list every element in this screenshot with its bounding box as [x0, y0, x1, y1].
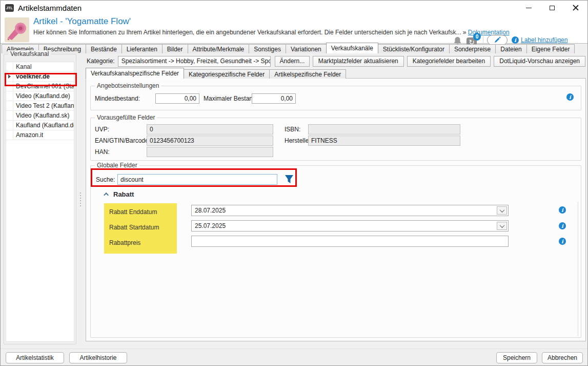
artikelstammdaten-window: JTL Artikelstammdaten Artikel - 'Yogamat…: [0, 0, 588, 366]
row-selector-icon: [8, 74, 11, 79]
collapse-chevron-icon: [104, 192, 109, 198]
channel-row-kaufland[interactable]: Kaufland (Kaufland.de): [6, 121, 74, 130]
angebotseinstellungen-title: Angebotseinstellungen: [95, 82, 161, 89]
aendern-button[interactable]: Ändern...: [275, 56, 310, 67]
tab-verkaufskanaele[interactable]: Verkaufskanäle: [326, 43, 378, 53]
sync-badge: 0: [473, 33, 481, 41]
ean-field: [147, 136, 273, 146]
page-subtitle: Hier können Sie Informationen zu Ihrem A…: [33, 29, 510, 36]
channel-column-header: Kanal: [6, 62, 74, 72]
minimize-button[interactable]: [517, 1, 540, 15]
close-button[interactable]: [564, 1, 587, 15]
angebotseinstellungen-groupbox: Angebotseinstellungen Mindestbestand: Ma…: [90, 86, 581, 110]
inner-scroll-divider: [578, 202, 578, 336]
ean-label: EAN/GTIN/Barcode:: [95, 137, 150, 144]
vorausgefuellte-felder-groupbox: Vorausgefüllte Felder UVP: ISBN: EAN/GTI…: [90, 118, 581, 161]
tab-bestaende[interactable]: Bestände: [86, 44, 122, 53]
felder-subtabstrip: Verkaufskanalspezifische Felder Kategori…: [86, 69, 346, 79]
tab-attribute-merkmale[interactable]: Attribute/Merkmale: [188, 44, 250, 53]
maximaler-bestand-field[interactable]: [252, 93, 296, 104]
tab-sonstiges[interactable]: Sonstiges: [249, 44, 286, 53]
mindestbestand-label: Mindestbestand:: [95, 95, 140, 102]
speichern-button[interactable]: Speichern: [496, 352, 537, 363]
page-title: Artikel - 'Yogamatte Flow': [33, 16, 131, 27]
title-bar: JTL Artikelstammdaten: [1, 1, 587, 15]
maximaler-bestand-label: Maximaler Bestand:: [204, 95, 258, 102]
startdatum-dropdown-button[interactable]: [497, 222, 507, 230]
splitter-handle[interactable]: [78, 54, 83, 344]
tab-dateien[interactable]: Dateien: [495, 44, 526, 53]
close-icon: [573, 5, 579, 11]
artikelstatistik-button[interactable]: Artikelstatistik: [6, 352, 64, 363]
suche-label: Suche:: [96, 176, 115, 183]
verkaufskanal-groupbox: Verkaufskanal Kanal voelkner.de DevChann…: [4, 54, 76, 344]
subtab-kategoriespezifische[interactable]: Kategoriespezifische Felder: [184, 69, 270, 79]
uvp-label: UVP:: [95, 126, 109, 133]
main-tabstrip: Allgemein Beschreibung Bestände Lieferan…: [2, 44, 587, 53]
tab-variationen[interactable]: Variationen: [286, 44, 327, 53]
channel-row-video-kaufland-de[interactable]: Video (Kaufland.de): [6, 91, 74, 101]
chevron-down-icon: [499, 223, 504, 228]
mindestbestand-field[interactable]: [155, 93, 199, 104]
filter-icon[interactable]: [283, 174, 295, 185]
abbrechen-button[interactable]: Abbrechen: [542, 352, 583, 363]
info-icon-rabattpreis[interactable]: i: [559, 238, 566, 245]
pencil-icon: [494, 36, 501, 44]
splitter-grip-icon: [80, 192, 81, 206]
suche-input[interactable]: [117, 174, 277, 185]
chevron-down-icon: [499, 207, 504, 213]
category-row: Kategorie: Spezialsortiment -> Hobby, Fr…: [87, 55, 585, 67]
maximize-button[interactable]: [540, 1, 564, 15]
rabatt-startdatum-label: Rabatt Startdatum: [109, 224, 159, 231]
minimize-icon: [526, 8, 532, 8]
uvp-field: [147, 124, 273, 134]
label-hinzufuegen-link[interactable]: Label hinzufügen: [521, 36, 567, 44]
label-hinzufuegen[interactable]: i Label hinzufügen: [512, 36, 567, 44]
channel-table: Kanal voelkner.de DevChannel 001 (Stag..…: [6, 62, 74, 342]
isbn-field: [308, 124, 460, 134]
info-icon-angebot[interactable]: i: [566, 93, 574, 101]
info-icon-enddatum[interactable]: i: [559, 206, 566, 214]
isbn-label: ISBN:: [285, 126, 300, 133]
category-value: Spezialsortiment -> Hobby, Freizeit, Ges…: [118, 56, 271, 67]
subtab-verkaufskanalspezifische[interactable]: Verkaufskanalspezifische Felder: [86, 68, 184, 79]
dotliquid-vorschau-button[interactable]: DotLiquid-Vorschau anzeigen: [494, 56, 585, 67]
page-header: Artikel - 'Yogamatte Flow' Hier können S…: [1, 15, 587, 44]
globale-felder-title: Globale Felder: [95, 162, 139, 169]
channel-row-amazon-it[interactable]: Amazon.it: [6, 130, 74, 140]
tab-lieferanten[interactable]: Lieferanten: [121, 44, 163, 53]
channel-row-video-kaufland-sk[interactable]: Video (Kaufland.sk): [6, 111, 74, 121]
hersteller-field: [308, 136, 460, 146]
tab-stueckliste-konfigurator[interactable]: Stückliste/Konfigurator: [378, 44, 450, 53]
han-field: [147, 147, 273, 157]
vorausgefuellte-felder-title: Vorausgefüllte Felder: [95, 114, 157, 121]
maximize-icon: [550, 6, 555, 10]
rabatt-section-header[interactable]: Rabatt: [105, 190, 134, 198]
han-label: HAN:: [95, 148, 110, 156]
artikelhistorie-button[interactable]: Artikelhistorie: [69, 352, 127, 363]
subtitle-text: Hier können Sie Informationen zu Ihrem A…: [33, 29, 467, 36]
enddatum-dropdown-button[interactable]: [497, 206, 507, 215]
rabatt-section-title: Rabatt: [113, 190, 134, 198]
felder-panel: Angebotseinstellungen Mindestbestand: Ma…: [86, 78, 586, 341]
jtl-logo-icon: JTL: [5, 4, 14, 12]
marktplatzfelder-aktualisieren-button[interactable]: Marktplatzfelder aktualisieren: [313, 56, 404, 67]
channel-row-voelkner[interactable]: voelkner.de: [6, 72, 74, 82]
rabattpreis-field[interactable]: [191, 236, 509, 247]
rabatt-startdatum-combo[interactable]: 25.07.2025: [191, 220, 509, 232]
rabattpreis-label: Rabattpreis: [109, 239, 140, 246]
rabatt-enddatum-combo[interactable]: 28.07.2025: [191, 205, 509, 216]
subtab-artikelspezifische[interactable]: Artikelspezifische Felder: [269, 69, 346, 79]
tab-sonderpreise[interactable]: Sonderpreise: [449, 44, 496, 53]
rabatt-enddatum-label: Rabatt Enddatum: [109, 208, 157, 216]
tab-eigene-felder[interactable]: Eigene Felder: [526, 44, 575, 53]
channel-row-video-test-2[interactable]: Video Test 2 (Kaufland...: [6, 101, 74, 111]
globale-felder-groupbox: Globale Felder Suche: Rabatt Rabatt Endd…: [90, 165, 581, 338]
tab-bilder[interactable]: Bilder: [162, 44, 188, 53]
footer-bar: Artikelstatistik Artikelhistorie Speiche…: [1, 349, 587, 365]
kategoriefelder-bearbeiten-button[interactable]: Kategoriefelder bearbeiten: [407, 56, 491, 67]
info-icon: i: [512, 36, 519, 44]
channel-row-devchannel[interactable]: DevChannel 001 (Stag...: [6, 82, 74, 91]
verkaufskanal-group-title: Verkaufskanal: [8, 50, 51, 57]
info-icon-startdatum[interactable]: i: [559, 222, 566, 229]
